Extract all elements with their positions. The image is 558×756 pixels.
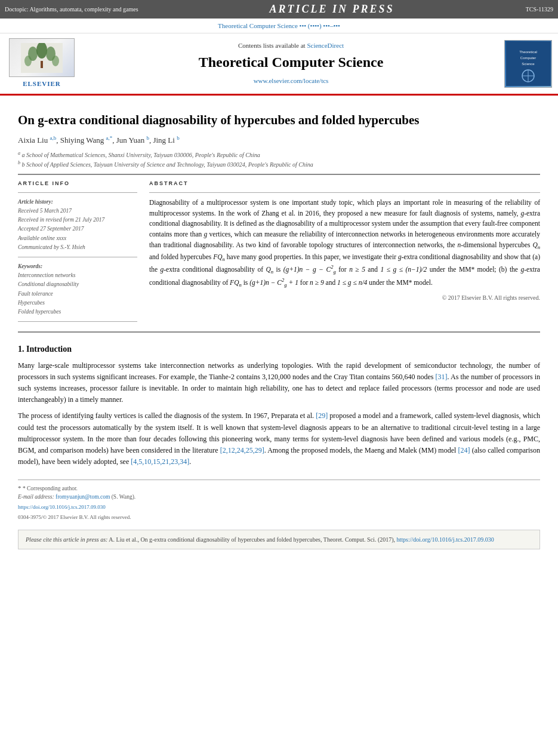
abstract-heading: ABSTRACT [149,180,540,188]
svg-text:Computer: Computer [520,56,535,60]
journal-thumbnail: Theoretical Computer Science [504,40,552,88]
copyright-notice: © 2017 Elsevier B.V. All rights reserved… [149,294,540,302]
accepted-date: Accepted 27 September 2017 [18,226,84,232]
keywords-block: Keywords: Interconnection networks Condi… [18,262,137,316]
article-info-heading: ARTICLE INFO [18,180,137,188]
affiliations: a a School of Mathematical Sciences, Sha… [18,150,540,170]
keyword-4: Hypercubes [18,299,137,308]
svg-text:Theoretical: Theoretical [519,50,537,54]
svg-point-5 [24,56,32,66]
email-line: E-mail address: fromyuanjun@tom.com (S. … [18,493,540,501]
header-divider [18,174,540,175]
keyword-2: Conditional diagnosability [18,280,137,289]
article-title: On g-extra conditional diagnosability of… [18,112,540,128]
star-icon: * [18,484,21,491]
doctopic-label: Doctopic: Algorithms, automata, complexi… [5,5,138,14]
available-date: Available online xxxx [18,235,66,241]
svg-point-6 [52,56,59,66]
affil-b: b School of Applied Sciences, Taiyuan Un… [22,161,313,168]
footnote-area: * * Corresponding author. E-mail address… [18,480,540,521]
citation-label: Please cite this article in press as: [26,536,107,543]
issn-line: 0304-3975/© 2017 Elsevier B.V. All right… [18,514,540,521]
authors-line: Aixia Liu a,b, Shiying Wang a,*, Jun Yua… [18,134,540,146]
info-divider-mid [18,257,137,257]
logo-area: ELSEVIER [6,38,78,88]
article-in-press-banner: ARTICLE IN PRESS [270,2,394,17]
svg-rect-4 [41,61,43,68]
keyword-3: Fault tolerance [18,290,137,299]
main-content: On g-extra conditional diagnosability of… [0,96,558,561]
article-info-column: ARTICLE INFO Article history: Received 5… [18,180,137,327]
corresponding-label: * Corresponding author. [23,485,78,491]
journal-logo [9,38,75,77]
ref-29-link[interactable]: [29] [316,411,328,420]
section-divider [18,331,540,333]
journal-header: ELSEVIER Contents lists available at Sci… [0,33,558,95]
email-label: E-mail address: [18,494,54,500]
abstract-divider [149,192,540,193]
ref-adopted-link[interactable]: [4,5,10,15,21,23,34] [131,457,189,466]
received-date: Received 5 March 2017 [18,208,72,214]
intro-paragraph-1: Many large-scale multiprocessor systems … [18,360,540,406]
ref-24-link[interactable]: [24] [458,446,470,454]
elsevier-tree-icon [21,43,63,73]
info-abstract-section: ARTICLE INFO Article history: Received 5… [18,180,540,327]
citation-footer: Please cite this article in press as: A.… [18,530,540,549]
journal-url-link[interactable]: www.elsevier.com/locate/tcs [254,77,329,84]
issn-text: 0304-3975/© 2017 Elsevier B.V. All right… [18,514,131,520]
keyword-1: Interconnection networks [18,271,137,280]
svg-text:Science: Science [522,62,535,66]
article-history: Article history: Received 5 March 2017 R… [18,198,137,252]
section-title-text: Introduction [26,345,72,354]
affil-a: a School of Mathematical Sciences, Shanx… [22,152,260,158]
journal-center: Contents lists available at ScienceDirec… [84,41,498,86]
abstract-text: Diagnosability of a multiprocessor syste… [149,198,540,290]
journal-title: Theoretical Computer Science [84,53,498,73]
intro-section-title: 1. Introduction [18,343,540,355]
journal-cover-image: Theoretical Computer Science [506,41,551,86]
ref-31-link[interactable]: [31] [436,373,448,381]
history-label: Article history: [18,199,53,205]
top-bar: Doctopic: Algorithms, automata, complexi… [0,0,558,19]
intro-paragraph-2: The process of identifying faulty vertic… [18,410,540,468]
doi-line: https://doi.org/10.1016/j.tcs.2017.09.03… [18,503,540,511]
corresponding-author-note: * * Corresponding author. [18,484,540,493]
email-name: (S. Wang). [112,494,136,500]
tcs-id: TCS-11329 [526,5,553,14]
sciencedirect-link[interactable]: ScienceDirect [307,42,344,49]
communicated-by: Communicated by S.-Y. Hsieh [18,244,85,250]
abstract-column: ABSTRACT Diagnosability of a multiproces… [149,180,540,327]
section-number: 1. [18,345,24,354]
citation-doi-link[interactable]: https://doi.org/10.1016/j.tcs.2017.09.03… [397,536,494,543]
elsevier-label: ELSEVIER [23,79,61,88]
email-link[interactable]: fromyuanjun@tom.com [56,494,110,500]
aip-title: ARTICLE IN PRESS [270,3,394,15]
info-divider-top [18,192,137,193]
journal-volume-link[interactable]: Theoretical Computer Science ••• (••••) … [218,22,340,29]
keyword-5: Folded hypercubes [18,308,137,316]
revised-date: Received in revised form 21 July 2017 [18,217,104,223]
contents-text: Contents lists available at ScienceDirec… [84,41,498,50]
ref-multi-link[interactable]: [2,12,24,25,29] [220,446,264,454]
info-divider-bot [18,321,137,322]
doi-link[interactable]: https://doi.org/10.1016/j.tcs.2017.09.03… [18,504,106,510]
citation-text: A. Liu et al., On g-extra conditional di… [109,536,395,543]
keywords-label: Keywords: [18,263,42,269]
